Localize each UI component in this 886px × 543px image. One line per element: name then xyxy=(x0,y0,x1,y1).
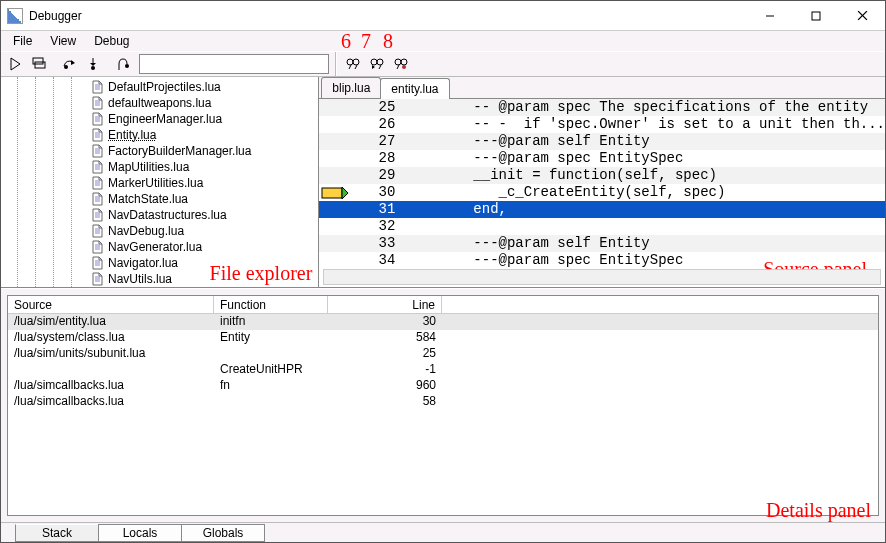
window-title: Debugger xyxy=(29,9,82,23)
details-tab[interactable]: Globals xyxy=(181,524,265,542)
code-line[interactable]: 25-- @param spec The specifications of t… xyxy=(319,99,885,116)
svg-line-23 xyxy=(397,65,399,69)
code-line[interactable]: 34---@param spec EntitySpec xyxy=(319,252,885,269)
find-button[interactable] xyxy=(342,53,364,75)
gutter xyxy=(319,201,351,218)
gutter xyxy=(319,184,351,201)
toolbar: 1 2 3 4 5 6 7 8 xyxy=(1,51,885,77)
line-number: 32 xyxy=(351,218,403,235)
tree-item[interactable]: NavGenerator.lua xyxy=(1,239,318,255)
source-tab[interactable]: blip.lua xyxy=(321,77,381,98)
stack-line: 30 xyxy=(328,314,442,330)
tree-item[interactable]: MarkerUtilities.lua xyxy=(1,175,318,191)
stack-function xyxy=(214,346,328,362)
stack-grid[interactable]: Source Function Line /lua/sim/entity.lua… xyxy=(7,295,879,516)
stack-function: fn xyxy=(214,378,328,394)
bookmark-button[interactable] xyxy=(390,53,412,75)
tree-item[interactable]: FactoryBuilderManager.lua xyxy=(1,143,318,159)
stack-row[interactable]: /lua/system/class.luaEntity584 xyxy=(8,330,878,346)
gutter xyxy=(319,133,351,150)
menu-file[interactable]: File xyxy=(5,32,40,50)
svg-marker-20 xyxy=(372,65,375,69)
line-number: 34 xyxy=(351,252,403,269)
source-tab[interactable]: entity.lua xyxy=(380,78,449,99)
line-number: 30 xyxy=(351,184,403,201)
code-line[interactable]: 32 xyxy=(319,218,885,235)
code-line[interactable]: 31end, xyxy=(319,201,885,218)
toolbar-input[interactable] xyxy=(139,54,329,74)
source-code[interactable]: 25-- @param spec The specifications of t… xyxy=(319,99,885,287)
source-tabbar: blip.luaentity.lua xyxy=(319,77,885,99)
file-explorer[interactable]: DefaultProjectiles.luadefaultweapons.lua… xyxy=(1,77,319,287)
tree-item[interactable]: NavDatastructures.lua xyxy=(1,207,318,223)
tree-item[interactable]: EngineerManager.lua xyxy=(1,111,318,127)
tree-item[interactable]: MapUtilities.lua xyxy=(1,159,318,175)
minimize-button[interactable] xyxy=(747,1,793,31)
find-next-button[interactable] xyxy=(366,53,388,75)
gutter xyxy=(319,150,351,167)
stack-row[interactable]: /lua/sim/entity.luainitfn30 xyxy=(8,314,878,330)
menubar: File View Debug xyxy=(1,31,885,51)
run-button[interactable] xyxy=(4,53,26,75)
stack-row[interactable]: CreateUnitHPR-1 xyxy=(8,362,878,378)
svg-point-13 xyxy=(347,59,353,65)
code-line[interactable]: 27---@param self Entity xyxy=(319,133,885,150)
details-tab[interactable]: Locals xyxy=(98,524,182,542)
tree-item[interactable]: NavUtils.lua xyxy=(1,271,318,287)
col-line[interactable]: Line xyxy=(328,296,442,313)
stack-row[interactable]: /lua/simcallbacks.lua58 xyxy=(8,394,878,410)
svg-point-21 xyxy=(395,59,401,65)
close-button[interactable] xyxy=(839,1,885,31)
source-panel: blip.luaentity.lua 25-- @param spec The … xyxy=(319,77,885,287)
gutter xyxy=(319,235,351,252)
stack-button[interactable] xyxy=(28,53,50,75)
svg-rect-1 xyxy=(812,12,820,20)
svg-point-18 xyxy=(377,59,383,65)
stack-line: 960 xyxy=(328,378,442,394)
code-line[interactable]: 29__init = function(self, spec) xyxy=(319,167,885,184)
tree-item[interactable]: MatchState.lua xyxy=(1,191,318,207)
tree-item[interactable]: Entity.lua xyxy=(1,127,318,143)
tree-item[interactable]: defaultweapons.lua xyxy=(1,95,318,111)
line-number: 33 xyxy=(351,235,403,252)
code-text: ---@param self Entity xyxy=(403,235,885,252)
tree-item-label: NavDatastructures.lua xyxy=(108,208,227,222)
stack-function: initfn xyxy=(214,314,328,330)
step-over-button[interactable] xyxy=(58,53,80,75)
code-line[interactable]: 26-- - if 'spec.Owner' is set to a unit … xyxy=(319,116,885,133)
code-line[interactable]: 28---@param spec EntitySpec xyxy=(319,150,885,167)
stack-row[interactable]: /lua/sim/units/subunit.lua25 xyxy=(8,346,878,362)
line-number: 25 xyxy=(351,99,403,116)
stack-source: /lua/simcallbacks.lua xyxy=(8,394,214,410)
titlebar: Debugger xyxy=(1,1,885,31)
code-text: end, xyxy=(403,201,885,218)
tree-item-label: NavGenerator.lua xyxy=(108,240,202,254)
code-text: ---@param self Entity xyxy=(403,133,885,150)
stack-row[interactable]: /lua/simcallbacks.luafn960 xyxy=(8,378,878,394)
h-scrollbar[interactable] xyxy=(323,269,881,285)
code-text: -- - if 'spec.Owner' is set to a unit th… xyxy=(403,116,885,133)
stack-source xyxy=(8,362,214,378)
annot-6: 6 xyxy=(341,30,351,53)
col-function[interactable]: Function xyxy=(214,296,328,313)
menu-debug[interactable]: Debug xyxy=(86,32,137,50)
gutter xyxy=(319,99,351,116)
maximize-button[interactable] xyxy=(793,1,839,31)
svg-point-22 xyxy=(401,59,407,65)
stack-function: CreateUnitHPR xyxy=(214,362,328,378)
step-into-button[interactable] xyxy=(82,53,104,75)
code-text: ---@param spec EntitySpec xyxy=(403,252,885,269)
tree-item-label: EngineerManager.lua xyxy=(108,112,222,126)
code-text: -- @param spec The specifications of the… xyxy=(403,99,885,116)
details-tab[interactable]: Stack xyxy=(15,524,99,542)
tree-item[interactable]: DefaultProjectiles.lua xyxy=(1,79,318,95)
menu-view[interactable]: View xyxy=(42,32,84,50)
code-line[interactable]: 30 _c_CreateEntity(self, spec) xyxy=(319,184,885,201)
tree-item-label: MapUtilities.lua xyxy=(108,160,189,174)
svg-point-14 xyxy=(353,59,359,65)
code-line[interactable]: 33---@param self Entity xyxy=(319,235,885,252)
tree-item[interactable]: NavDebug.lua xyxy=(1,223,318,239)
tree-item[interactable]: Navigator.lua xyxy=(1,255,318,271)
breakpoint-toggle-button[interactable] xyxy=(112,53,134,75)
col-source[interactable]: Source xyxy=(8,296,214,313)
